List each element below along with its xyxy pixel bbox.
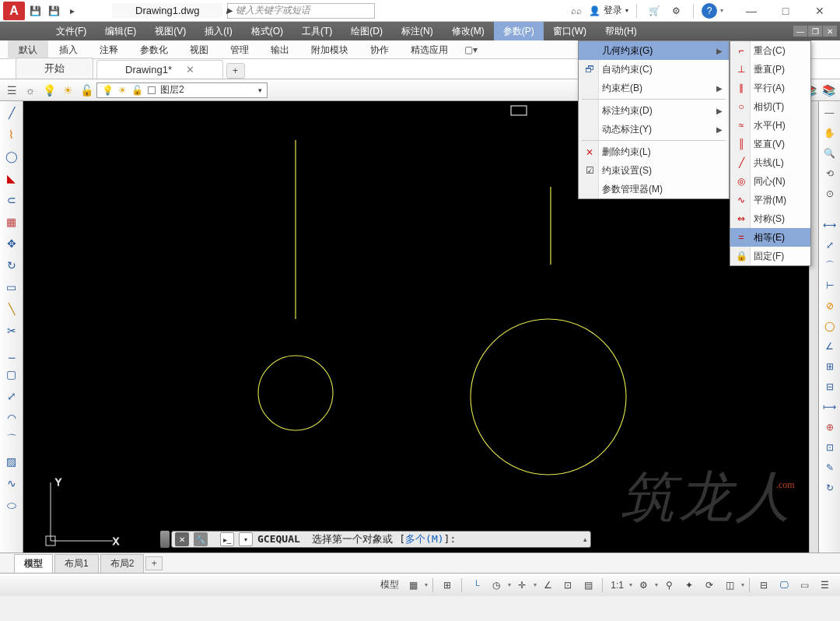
dim-linear-icon[interactable]: ⟷ <box>821 216 838 233</box>
status-grid[interactable]: ▦ <box>404 577 422 594</box>
status-clean-icon[interactable]: ▭ <box>795 577 814 594</box>
app-logo[interactable]: A <box>3 2 25 20</box>
command-line[interactable]: ✕ 🔧 ▸_ ▾ GCEQUAL 选择第一个对象或 [多个(M)]: ▴ <box>171 531 591 548</box>
layer-filter-icon[interactable]: ☼ <box>22 82 39 99</box>
tab-collab[interactable]: 协作 <box>359 40 400 59</box>
params-constraint-settings[interactable]: ☑ 约束设置(S) <box>579 161 729 180</box>
tab-model[interactable]: 模型 <box>14 554 53 573</box>
cmd-handle[interactable] <box>160 531 170 548</box>
layers-group-9[interactable]: 📚 <box>820 82 837 99</box>
orbit-icon[interactable]: ⟲ <box>821 165 838 182</box>
dim-arc-icon[interactable]: ⌒ <box>821 257 838 274</box>
tab-annotate[interactable]: 注释 <box>89 40 129 59</box>
ellipse-tool[interactable]: ⬭ <box>3 496 20 514</box>
tab-view[interactable]: 视图 <box>179 40 219 59</box>
gc-coincident[interactable]: ⌐重合(C) <box>730 41 810 60</box>
tab-add-layout[interactable]: + <box>145 556 163 570</box>
search-icon[interactable]: ⌕⌕ <box>567 2 586 19</box>
mirror-tool[interactable]: ◣ <box>3 170 20 187</box>
status-props-icon[interactable]: ⊟ <box>754 577 773 594</box>
gc-equal[interactable]: =相等(E) <box>730 228 810 247</box>
gc-vertical[interactable]: ║竖直(V) <box>730 135 810 153</box>
circle-tool[interactable]: ◯ <box>3 148 20 165</box>
layer-lock-icon[interactable]: 🔓 <box>78 82 95 99</box>
saveas-button[interactable]: 💾 <box>45 2 62 19</box>
params-dim-constraint[interactable]: 标注约束(D)▶ <box>579 101 729 120</box>
gc-perpendicular[interactable]: ⊥垂直(P) <box>730 60 810 79</box>
gc-parallel[interactable]: ∥平行(A) <box>730 79 810 97</box>
gc-smooth[interactable]: ∿平滑(M) <box>730 191 810 209</box>
status-person-icon[interactable]: ⚲ <box>660 577 678 594</box>
gc-tangent[interactable]: ○相切(T) <box>730 97 810 116</box>
minimize-button[interactable]: — <box>734 2 768 20</box>
dim-edit-icon[interactable]: ✎ <box>821 459 838 476</box>
layer-bulb-icon[interactable]: 💡 <box>40 82 58 99</box>
status-iso-icon[interactable]: ✦ <box>680 577 698 594</box>
rect-tool[interactable]: ▭ <box>3 279 20 296</box>
dim-insp-icon[interactable]: ⊡ <box>821 439 838 456</box>
layer-props-icon[interactable]: ☰ <box>3 82 20 99</box>
menu-file[interactable]: 文件(F) <box>47 22 96 40</box>
doc-restore[interactable]: ❐ <box>808 26 822 37</box>
rect2-tool[interactable]: ▢ <box>3 366 20 383</box>
dim-base-icon[interactable]: ⊟ <box>821 378 838 395</box>
status-gear-icon[interactable]: ⚙ <box>634 577 653 594</box>
status-ortho[interactable]: └ <box>467 577 485 594</box>
menu-window[interactable]: 窗口(W) <box>544 22 596 40</box>
spline-tool[interactable]: ∿ <box>3 475 20 492</box>
doctab-start[interactable]: 开始 <box>16 58 93 79</box>
save-button[interactable]: 💾 <box>26 2 44 19</box>
menu-help[interactable]: 帮助(H) <box>596 22 646 40</box>
params-delete-constraint[interactable]: ⨯ 删除约束(L) <box>579 142 729 161</box>
wheel-icon[interactable]: ⊙ <box>821 185 838 202</box>
dim-upd-icon[interactable]: ↻ <box>821 479 838 496</box>
tab-parametric[interactable]: 参数化 <box>129 40 179 59</box>
share-icon[interactable]: ⚙ <box>667 2 685 19</box>
doc-minimize[interactable]: — <box>793 26 807 37</box>
doctab-close[interactable]: ✕ <box>186 64 194 75</box>
params-dyn-dim[interactable]: 动态标注(Y)▶ <box>579 120 729 139</box>
dim-dia-icon[interactable]: ◯ <box>821 318 838 335</box>
dim-cont-icon[interactable]: ⟼ <box>821 398 838 416</box>
qat-more[interactable]: ▸ <box>64 2 81 19</box>
gc-horizontal[interactable]: ≈水平(H) <box>730 116 810 135</box>
tab-manage[interactable]: 管理 <box>219 40 260 59</box>
status-snap[interactable]: ⊞ <box>438 577 457 594</box>
gc-fix[interactable]: 🔒固定(F) <box>730 247 810 265</box>
menu-view[interactable]: 视图(V) <box>145 22 195 40</box>
maximize-button[interactable]: □ <box>768 2 803 20</box>
gc-collinear[interactable]: ╱共线(L) <box>730 153 810 172</box>
zoom-icon[interactable]: 🔍 <box>821 145 838 162</box>
pline-tool[interactable]: ⌇ <box>3 126 20 143</box>
search-input[interactable]: 键入关键字或短语 <box>227 3 375 19</box>
dim-ctr-icon[interactable]: ⊕ <box>821 419 838 436</box>
nav-cube[interactable]: — <box>821 104 838 121</box>
tab-featured[interactable]: 精选应用 <box>400 40 459 59</box>
params-auto-constraint[interactable]: 🗗 自动约束(C) <box>579 60 729 79</box>
menu-format[interactable]: 格式(O) <box>242 22 292 40</box>
scale-tool[interactable]: ⤢ <box>3 388 20 405</box>
cart-icon[interactable]: 🛒 <box>645 2 663 19</box>
login-button[interactable]: 👤 登录 ▾ <box>589 4 628 17</box>
menu-tools[interactable]: 工具(T) <box>292 22 341 40</box>
close-button[interactable]: ✕ <box>803 2 837 20</box>
doctab-new[interactable]: + <box>226 63 245 79</box>
gc-concentric[interactable]: ◎同心(N) <box>730 172 810 191</box>
doc-close[interactable]: ✕ <box>823 26 837 37</box>
move-tool[interactable]: ✥ <box>3 235 20 252</box>
dim-q-icon[interactable]: ⊞ <box>821 358 838 375</box>
layer-freeze-icon[interactable]: ☀ <box>59 82 76 99</box>
arc-tool[interactable]: ⌒ <box>3 431 20 448</box>
tab-collapse[interactable]: ▢▾ <box>459 44 482 55</box>
gc-symmetric[interactable]: ⇔对称(S) <box>730 209 810 228</box>
rotate-tool[interactable]: ↻ <box>3 257 20 274</box>
offset-tool[interactable]: ⊂ <box>3 191 20 209</box>
status-dwf-icon[interactable]: ◫ <box>720 577 739 594</box>
menu-params[interactable]: 参数(P) <box>494 22 544 40</box>
status-transp[interactable]: ⊡ <box>558 577 577 594</box>
status-qp[interactable]: ▤ <box>579 577 597 594</box>
status-osnap[interactable]: ✛ <box>513 577 531 594</box>
params-manager[interactable]: 参数管理器(M) <box>579 180 729 198</box>
menu-modify[interactable]: 修改(M) <box>443 22 494 40</box>
hatch-tool[interactable]: ▨ <box>3 453 20 470</box>
